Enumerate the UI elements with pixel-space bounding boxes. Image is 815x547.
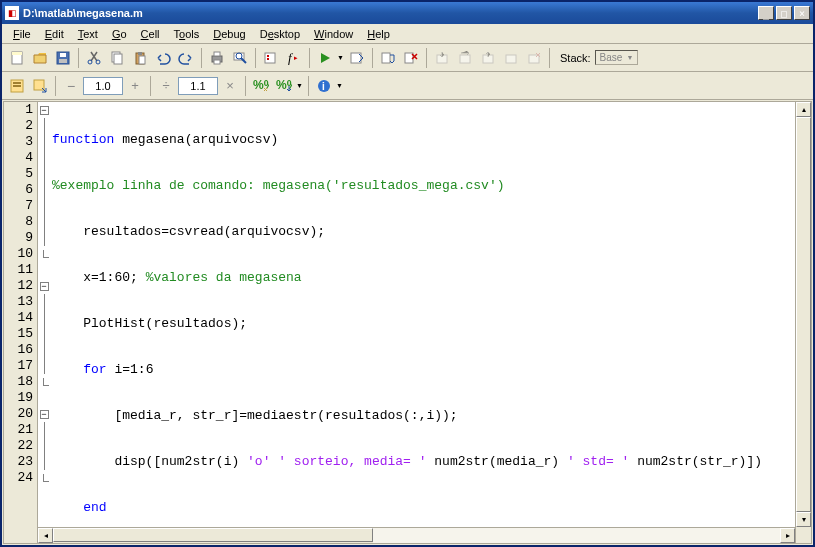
decrement-button[interactable]: − [60,75,82,97]
eval-cell-advance-button[interactable] [29,75,51,97]
scroll-down-icon[interactable]: ▾ [796,512,811,527]
cut-button[interactable] [83,47,105,69]
app-icon: ◧ [5,6,19,20]
clear-breakpoint-button[interactable] [400,47,422,69]
insert-text-markup-button[interactable]: %% [273,75,295,97]
scroll-right-icon[interactable]: ▸ [780,528,795,543]
chevron-down-icon: ▼ [626,54,633,61]
line-number[interactable]: 19 [4,390,33,406]
minimize-button[interactable]: _ [758,6,774,20]
menu-cell[interactable]: Cell [134,26,167,42]
line-number[interactable]: 6 [4,182,33,198]
line-number[interactable]: 9 [4,230,33,246]
run-dropdown-icon[interactable]: ▼ [337,54,345,61]
function-button[interactable]: f▸ [283,47,305,69]
increment-value-input[interactable] [83,77,123,95]
eval-cell-button[interactable] [6,75,28,97]
line-number[interactable]: 11 [4,262,33,278]
divide-button[interactable]: ÷ [155,75,177,97]
continue-button[interactable] [500,47,522,69]
line-number[interactable]: 2 [4,118,33,134]
horizontal-scrollbar[interactable]: ◂ ▸ [38,527,795,543]
set-breakpoint-button[interactable] [260,47,282,69]
exit-debug-button[interactable] [523,47,545,69]
menu-file[interactable]: File [6,26,38,42]
menu-text[interactable]: Text [71,26,105,42]
vertical-scrollbar[interactable]: ▴ ▾ [795,102,811,543]
scroll-thumb[interactable] [53,528,373,542]
editor-area: 1 2 3 4 5 6 7 8 9 10 11 12 13 14 15 16 1… [3,101,812,544]
toolbar-separator [245,76,246,96]
run-button[interactable] [314,47,336,69]
line-number[interactable]: 20 [4,406,33,422]
line-gutter[interactable]: 1 2 3 4 5 6 7 8 9 10 11 12 13 14 15 16 1… [4,102,38,543]
line-number[interactable]: 17 [4,358,33,374]
paste-button[interactable] [129,47,151,69]
svg-rect-8 [114,54,122,64]
stack-selector[interactable]: Base▼ [595,50,639,65]
insert-cell-break-button[interactable]: %% [250,75,272,97]
line-number[interactable]: 16 [4,342,33,358]
code-text-area[interactable]: function megasena(arquivocsv) %exemplo l… [50,102,795,543]
menu-edit[interactable]: Edit [38,26,71,42]
svg-rect-31 [13,82,21,84]
line-number[interactable]: 10 [4,246,33,262]
fold-toggle-icon[interactable]: − [40,106,49,115]
menu-go[interactable]: Go [105,26,134,42]
undo-button[interactable] [152,47,174,69]
fold-toggle-icon[interactable]: − [40,282,49,291]
multiply-button[interactable]: × [219,75,241,97]
line-number[interactable]: 18 [4,374,33,390]
scroll-track[interactable] [373,528,780,543]
line-number[interactable]: 8 [4,214,33,230]
step-over-button[interactable] [454,47,476,69]
save-file-button[interactable] [52,47,74,69]
info-dropdown-icon[interactable]: ▼ [336,82,344,89]
svg-rect-1 [12,52,22,55]
markup-dropdown-icon[interactable]: ▼ [296,82,304,89]
multiply-value-input[interactable] [178,77,218,95]
line-number[interactable]: 5 [4,166,33,182]
step-out-button[interactable] [477,47,499,69]
copy-button[interactable] [106,47,128,69]
svg-rect-19 [267,58,269,60]
redo-button[interactable] [175,47,197,69]
line-number[interactable]: 22 [4,438,33,454]
close-button[interactable]: × [794,6,810,20]
scroll-left-icon[interactable]: ◂ [38,528,53,543]
fold-toggle-icon[interactable]: − [40,410,49,419]
line-number[interactable]: 4 [4,150,33,166]
show-cell-info-button[interactable]: i [313,75,335,97]
increment-button[interactable]: + [124,75,146,97]
line-number[interactable]: 1 [4,102,33,118]
line-number[interactable]: 24 [4,470,33,486]
step-in-button[interactable] [431,47,453,69]
scroll-track[interactable] [796,117,811,512]
menubar: File Edit Text Go Cell Tools Debug Deskt… [2,24,813,44]
menu-help[interactable]: Help [360,26,397,42]
scroll-up-icon[interactable]: ▴ [796,102,811,117]
run-advance-button[interactable] [346,47,368,69]
toolbar-separator [255,48,256,68]
toolbar-separator [426,48,427,68]
line-number[interactable]: 3 [4,134,33,150]
line-number[interactable]: 23 [4,454,33,470]
new-file-button[interactable] [6,47,28,69]
menu-tools[interactable]: Tools [167,26,207,42]
menu-window[interactable]: Window [307,26,360,42]
line-number[interactable]: 13 [4,294,33,310]
open-file-button[interactable] [29,47,51,69]
line-number[interactable]: 14 [4,310,33,326]
line-number[interactable]: 21 [4,422,33,438]
titlebar[interactable]: ◧ D:\matlab\megasena.m _ □ × [2,2,813,24]
maximize-button[interactable]: □ [776,6,792,20]
find-button[interactable] [229,47,251,69]
line-number[interactable]: 12 [4,278,33,294]
step-button[interactable] [377,47,399,69]
menu-desktop[interactable]: Desktop [253,26,307,42]
svg-rect-26 [460,55,470,63]
line-number[interactable]: 7 [4,198,33,214]
line-number[interactable]: 15 [4,326,33,342]
print-button[interactable] [206,47,228,69]
menu-debug[interactable]: Debug [206,26,252,42]
